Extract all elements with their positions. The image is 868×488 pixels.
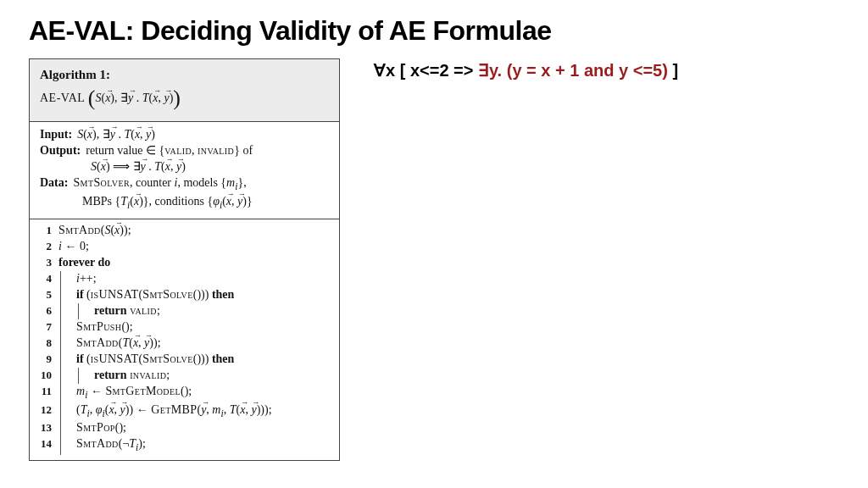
- line-code: return invalid;: [58, 368, 331, 384]
- line-code: SmtAdd(S(x));: [58, 223, 331, 239]
- line-code: SmtPop();: [58, 420, 331, 436]
- algo-step: 6return valid;: [30, 303, 339, 319]
- line-code: SmtPush();: [58, 319, 331, 336]
- algorithm-signature: AE-VAL (S(x), ∃y . T(x, y)): [40, 83, 329, 113]
- line-number: 14: [35, 436, 58, 452]
- output-key: Output:: [40, 143, 86, 159]
- algorithm-args: (S(x), ∃y . T(x, y)): [88, 92, 181, 104]
- algo-step: 12(Ti, φi(x, y)) ← GetMBP(y, mi, T(x, y)…: [30, 402, 339, 421]
- line-number: 7: [35, 319, 58, 335]
- slide: AE-VAL: Deciding Validity of AE Formulae…: [0, 0, 868, 476]
- data-key: Data:: [40, 175, 73, 191]
- algo-step: 1SmtAdd(S(x));: [30, 223, 339, 239]
- line-number: 1: [35, 223, 58, 238]
- formula-existential: ∃y. (y = x + 1 and y <=5): [478, 61, 668, 80]
- page-title: AE-VAL: Deciding Validity of AE Formulae: [29, 15, 839, 47]
- output-val-l2: S(x) ⟹ ∃y . T(x, y): [40, 159, 329, 175]
- formula: ∀x [ x<=2 => ∃y. (y = x + 1 and y <=5) ]: [374, 58, 678, 80]
- line-number: 6: [35, 303, 58, 319]
- algorithm-label: Algorithm 1:: [40, 66, 329, 83]
- algo-step: 3forever do: [30, 255, 339, 271]
- line-code: (Ti, φi(x, y)) ← GetMBP(y, mi, T(x, y)))…: [58, 402, 331, 421]
- data-val-l1: SmtSolver, counter i, models {mi},: [73, 175, 329, 194]
- line-number: 11: [35, 384, 58, 399]
- algo-step: 14SmtAdd(¬Ti);: [30, 436, 339, 455]
- line-number: 13: [35, 420, 58, 435]
- line-code: SmtAdd(T(x, y));: [58, 336, 331, 352]
- line-number: 12: [35, 402, 58, 418]
- output-val-l1: return value ∈ {valid, invalid} of: [86, 143, 329, 159]
- algo-step: 5if (isUNSAT(SmtSolve())) then: [30, 287, 339, 303]
- line-code: i ← 0;: [58, 239, 331, 255]
- line-number: 2: [35, 239, 58, 254]
- line-number: 5: [35, 287, 58, 302]
- algo-step: 7SmtPush();: [30, 319, 339, 336]
- algo-step: 2i ← 0;: [30, 239, 339, 255]
- line-number: 10: [35, 368, 58, 383]
- data-val-l2: MBPs {Ti(x)}, conditions {φi(x, y)}: [40, 194, 329, 213]
- algorithm-name: AE-VAL: [40, 92, 85, 104]
- line-number: 3: [35, 255, 58, 270]
- algorithm-meta: Input: S(x), ∃y . T(x, y) Output: return…: [30, 122, 339, 219]
- algo-step: 13SmtPop();: [30, 420, 339, 436]
- line-number: 4: [35, 271, 58, 286]
- formula-universal: ∀x [ x<=2 =>: [374, 61, 478, 80]
- algorithm-steps: 1SmtAdd(S(x));2i ← 0;3forever do4i++;5if…: [30, 219, 339, 460]
- line-code: i++;: [58, 271, 331, 287]
- formula-close: ]: [668, 61, 678, 80]
- algorithm-header: Algorithm 1: AE-VAL (S(x), ∃y . T(x, y)): [30, 59, 339, 122]
- algo-step: 10return invalid;: [30, 368, 339, 384]
- line-code: if (isUNSAT(SmtSolve())) then: [58, 352, 331, 368]
- algo-step: 4i++;: [30, 271, 339, 287]
- line-number: 9: [35, 352, 58, 367]
- algo-step: 9if (isUNSAT(SmtSolve())) then: [30, 352, 339, 368]
- line-code: forever do: [58, 255, 331, 271]
- algorithm-box: Algorithm 1: AE-VAL (S(x), ∃y . T(x, y))…: [29, 58, 340, 461]
- content-row: Algorithm 1: AE-VAL (S(x), ∃y . T(x, y))…: [29, 58, 839, 461]
- line-code: return valid;: [58, 303, 331, 319]
- algo-step: 8SmtAdd(T(x, y));: [30, 336, 339, 352]
- line-number: 8: [35, 336, 58, 351]
- line-code: mi ← SmtGetModel();: [58, 384, 331, 402]
- line-code: if (isUNSAT(SmtSolve())) then: [58, 287, 331, 303]
- input-val: S(x), ∃y . T(x, y): [77, 127, 329, 143]
- algo-step: 11mi ← SmtGetModel();: [30, 384, 339, 402]
- input-key: Input:: [40, 127, 77, 143]
- line-code: SmtAdd(¬Ti);: [58, 436, 331, 455]
